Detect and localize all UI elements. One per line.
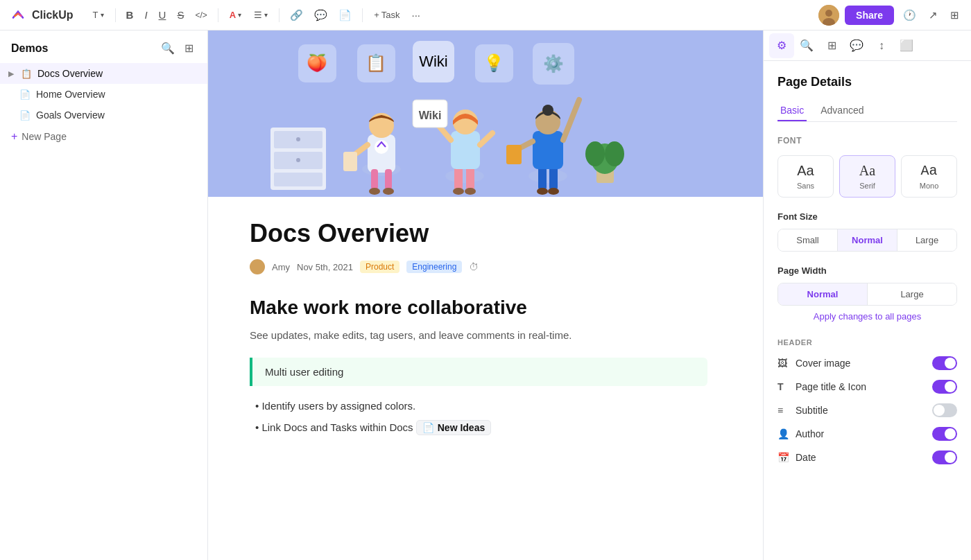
share-button[interactable]: Share <box>845 6 894 25</box>
svg-point-35 <box>453 110 478 134</box>
text-format-btn[interactable]: T ▾ <box>89 7 108 23</box>
comment-button[interactable]: 💬 <box>311 6 331 24</box>
font-serif[interactable]: Aa Serif <box>839 155 895 198</box>
panel-tab-grid[interactable]: ⊞ <box>819 33 844 58</box>
sidebar: Demos 🔍 ⊞ ▶ 📋 Docs Overview 📄 Home Overv… <box>0 30 208 560</box>
svg-point-30 <box>383 188 394 195</box>
width-options: Normal Large <box>777 283 957 306</box>
size-large[interactable]: Large <box>897 229 956 251</box>
strikethrough-button[interactable]: S <box>173 6 187 24</box>
export-button[interactable]: ↗ <box>925 6 941 24</box>
size-normal[interactable]: Normal <box>838 229 897 251</box>
size-small[interactable]: Small <box>778 229 838 251</box>
date-toggle[interactable] <box>932 450 957 464</box>
svg-point-42 <box>529 169 567 183</box>
font-color-icon: A <box>230 10 236 20</box>
width-large[interactable]: Large <box>868 283 956 305</box>
subtitle-toggle[interactable] <box>932 403 957 417</box>
add-task-button[interactable]: + Task <box>370 7 404 23</box>
tab-advanced[interactable]: Advanced <box>818 100 866 121</box>
toolbar-separator-1 <box>115 8 116 22</box>
underline-button[interactable]: U <box>155 6 170 24</box>
right-panel: ⚙ 🔍 ⊞ 💬 ↕ ⬜ Page Details Basic Advanced … <box>763 30 971 560</box>
panel-tab-search[interactable]: 🔍 <box>794 33 819 58</box>
svg-text:🍑: 🍑 <box>307 53 327 73</box>
svg-rect-32 <box>454 166 463 190</box>
font-label: Font <box>777 136 957 146</box>
panel-tab-settings[interactable]: ⚙ <box>769 33 794 58</box>
header-toggle-subtitle: ≡ Subtitle <box>777 403 957 417</box>
svg-rect-26 <box>343 152 357 171</box>
sidebar-header: Demos 🔍 ⊞ <box>0 30 207 63</box>
font-color-btn[interactable]: A ▾ <box>225 7 246 23</box>
sidebar-item-goals-overview[interactable]: 📄 Goals Overview <box>0 105 207 125</box>
panel-tab-sort[interactable]: ↕ <box>869 33 894 58</box>
svg-rect-43 <box>538 166 547 190</box>
toolbar-separator-3 <box>279 8 280 22</box>
svg-point-51 <box>537 188 548 195</box>
text-dropdown-arrow: ▾ <box>101 11 104 19</box>
doc-button[interactable]: 📄 <box>335 6 355 24</box>
author-icon: 👤 <box>777 428 790 439</box>
code-button[interactable]: </> <box>191 8 210 23</box>
plus-icon: + <box>374 10 379 20</box>
header-date-left: 📅 Date <box>777 452 816 463</box>
align-arrow: ▾ <box>264 11 268 19</box>
svg-point-29 <box>369 188 380 195</box>
sidebar-item-label-3: Goals Overview <box>36 110 105 121</box>
toolbar-separator-4 <box>362 8 363 22</box>
sidebar-item-label-1: Docs Overview <box>37 68 103 79</box>
italic-button[interactable]: I <box>141 6 151 24</box>
subtitle-label: Subtitle <box>796 405 828 416</box>
link-button[interactable]: 🔗 <box>286 6 307 24</box>
doc-date: Nov 5th, 2021 <box>297 262 353 272</box>
bold-button[interactable]: B <box>123 6 137 24</box>
font-color-arrow: ▾ <box>238 11 241 19</box>
cover-label: Cover image <box>796 358 850 369</box>
sidebar-layout-button[interactable]: ⊞ <box>182 40 196 56</box>
sidebar-new-page-btn[interactable]: + New Page <box>0 125 207 148</box>
inline-badge[interactable]: 📄 New Ideas <box>416 420 491 435</box>
more-options-button[interactable]: ··· <box>408 6 424 24</box>
tab-basic[interactable]: Basic <box>777 100 807 121</box>
cover-image: 🍑 📋 Wiki 💡 ⚙️ <box>208 30 763 197</box>
title-toggle[interactable] <box>932 380 957 394</box>
header-section-label: HEADER <box>777 338 957 347</box>
font-sans[interactable]: Aa Sans <box>777 155 834 198</box>
sidebar-item-docs-overview[interactable]: ▶ 📋 Docs Overview <box>0 63 207 84</box>
callout-text: Multi user editing <box>265 366 343 378</box>
tag-engineering[interactable]: Engineering <box>406 261 462 273</box>
header-toggle-title: T Page title & Icon <box>777 380 957 394</box>
layout-button[interactable]: ⊞ <box>947 6 963 24</box>
panel-tab-comments[interactable]: 💬 <box>844 33 869 58</box>
history-button[interactable]: 🕐 <box>900 6 920 24</box>
cover-toggle[interactable] <box>932 356 957 370</box>
panel-tab-expand[interactable]: ⬜ <box>894 33 919 58</box>
sidebar-search-button[interactable]: 🔍 <box>158 40 178 56</box>
align-btn[interactable]: ☰ ▾ <box>250 7 272 23</box>
page-meta: Amy Nov 5th, 2021 Product Engineering ⏱ <box>250 259 707 274</box>
tag-product[interactable]: Product <box>360 261 399 273</box>
sidebar-item-home-overview[interactable]: 📄 Home Overview <box>0 84 207 105</box>
svg-point-20 <box>296 158 300 162</box>
content-area: 🍑 📋 Wiki 💡 ⚙️ <box>208 30 763 560</box>
callout-block: Multi user editing <box>250 358 707 386</box>
bullet-item-1: • Identify users by assigned colors. <box>250 400 707 412</box>
font-mono[interactable]: Aa Mono <box>901 155 957 198</box>
svg-point-41 <box>465 188 476 195</box>
author-label: Author <box>796 428 824 439</box>
header-cover-left: 🖼 Cover image <box>777 358 850 369</box>
apply-changes-link[interactable]: Apply changes to all pages <box>777 311 957 322</box>
width-normal[interactable]: Normal <box>778 283 868 305</box>
author-avatar <box>250 259 265 274</box>
svg-rect-28 <box>385 169 392 190</box>
sidebar-doc-icon-3: 📄 <box>19 110 31 121</box>
font-serif-aa: Aa <box>859 163 875 179</box>
section-heading: Make work more collaborative <box>250 297 707 319</box>
sidebar-header-icons: 🔍 ⊞ <box>158 40 196 56</box>
svg-point-0 <box>8 6 28 25</box>
author-toggle[interactable] <box>932 427 957 441</box>
svg-text:⚙️: ⚙️ <box>543 53 564 73</box>
svg-point-19 <box>296 137 300 141</box>
section-description: See updates, make edits, tag users, and … <box>250 327 707 344</box>
